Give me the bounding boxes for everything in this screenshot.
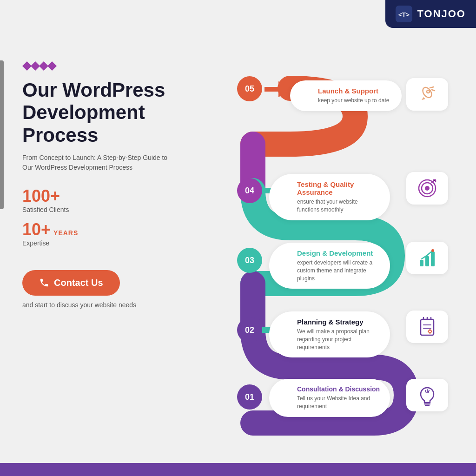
step01-circle: 01 <box>237 384 262 410</box>
step02-card: Planning & Strategy We will make a propo… <box>269 311 390 357</box>
stat2-number: 10+ <box>22 220 51 239</box>
left-accent-bar <box>0 60 4 209</box>
svg-marker-4 <box>264 81 292 97</box>
step04-desc: ensure that your website functions smoot… <box>297 198 381 214</box>
step01-icon-card <box>406 379 448 411</box>
step01-card: Consultation & Discussion Tell us your W… <box>269 379 390 417</box>
step05-card: Launch & Support keep your website up to… <box>290 80 402 111</box>
step02-desc: We will make a proposal plan regarding y… <box>297 328 381 351</box>
svg-rect-10 <box>420 260 423 266</box>
stats-section: 100+ Satisfied Clients 10+ YEARS Experti… <box>22 186 199 247</box>
steps-container: 05 Launch & Support keep your website up… <box>197 42 467 446</box>
chart-icon <box>416 247 438 269</box>
svg-point-9 <box>425 186 430 191</box>
contact-btn-label: Contact Us <box>54 278 103 288</box>
step03-circle: 03 <box>237 248 262 273</box>
target-icon <box>416 177 438 199</box>
stat1-number: 100+ <box>22 186 199 206</box>
svg-rect-12 <box>431 251 435 266</box>
step05-icon-card <box>406 78 448 111</box>
step04-circle: 04 <box>237 178 262 203</box>
step04-title: Testing & Quality Assurance <box>297 180 381 196</box>
contact-subtext: and start to discuss your website needs <box>22 301 199 309</box>
bottom-bar <box>0 463 476 476</box>
lightbulb-icon <box>416 384 438 406</box>
step04-icon-card <box>406 172 448 205</box>
svg-point-13 <box>431 249 434 252</box>
phone-icon <box>39 278 49 288</box>
step01-desc: Tell us your Website Idea and requiremen… <box>297 395 381 410</box>
step02-title: Planning & Strategy <box>297 318 381 326</box>
step02-icon-card <box>406 311 448 343</box>
subtitle: From Concept to Launch: A Step-by-Step G… <box>22 153 171 172</box>
chevrons-decoration <box>22 60 199 74</box>
step04-card: Testing & Quality Assurance ensure that … <box>269 174 390 220</box>
step03-icon-card <box>406 242 448 274</box>
stat2-years: YEARS <box>53 229 78 237</box>
logo-bar: <T> TONJOO <box>385 0 476 28</box>
step03-card: Design & Development expert developers w… <box>269 243 390 289</box>
main-title: Our WordPress Development Process <box>22 79 199 146</box>
step05-arrow <box>264 81 292 99</box>
step05-desc: keep your website up to date <box>318 97 392 105</box>
step01-title: Consultation & Discussion <box>297 385 381 393</box>
step05-title: Launch & Support <box>318 87 392 95</box>
step03-desc: expert developers will create a custom t… <box>297 259 381 282</box>
step03-title: Design & Development <box>297 249 381 257</box>
left-panel: Our WordPress Development Process From C… <box>22 60 199 309</box>
stat1-label: Satisfied Clients <box>22 206 199 213</box>
step02-circle: 02 <box>237 317 262 343</box>
stat2-label: Expertise <box>22 239 199 247</box>
contact-us-button[interactable]: Contact Us <box>22 270 120 296</box>
logo-icon: <T> <box>396 6 412 22</box>
svg-point-6 <box>427 90 430 93</box>
svg-line-24 <box>428 390 429 393</box>
logo-name: TONJOO <box>417 8 466 20</box>
svg-line-23 <box>425 390 426 393</box>
rocket-icon <box>416 83 438 106</box>
svg-rect-11 <box>425 256 429 266</box>
svg-text:<T>: <T> <box>398 11 410 18</box>
svg-rect-14 <box>421 319 434 335</box>
stat2-row: 10+ YEARS <box>22 220 199 239</box>
notepad-icon <box>416 316 438 338</box>
step05-circle: 05 <box>237 76 262 101</box>
